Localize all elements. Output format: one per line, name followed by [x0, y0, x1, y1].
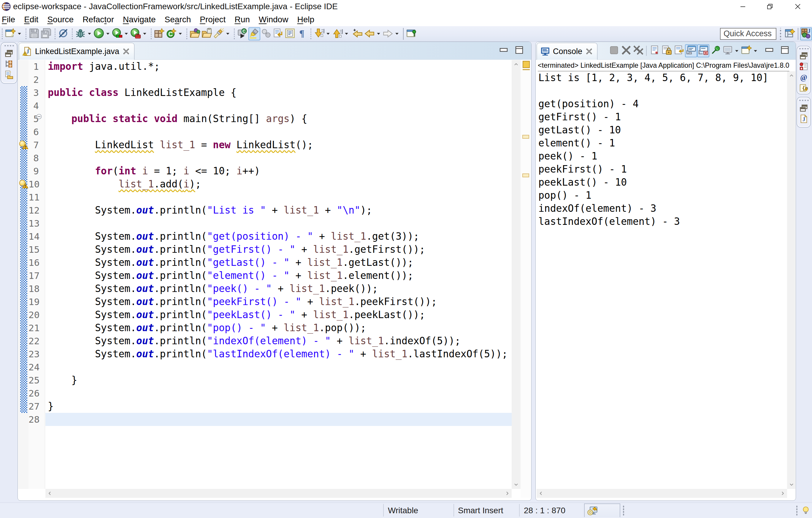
code-line[interactable]: System.out.println("getFirst() - " + lis… — [46, 243, 512, 256]
menu-edit[interactable]: Edit — [20, 13, 43, 26]
java-perspective-button[interactable]: J — [800, 27, 812, 40]
code-line[interactable]: } — [46, 374, 512, 387]
link-with-editor-button[interactable] — [260, 27, 272, 40]
code-line[interactable] — [46, 73, 512, 86]
scroll-up-icon[interactable] — [512, 60, 521, 69]
code-line[interactable]: System.out.println("element() - " + list… — [46, 269, 512, 282]
line-number-ruler[interactable]: 1234567891011121314151617181920212223242… — [28, 60, 45, 489]
scroll-left-icon[interactable] — [536, 489, 546, 498]
new-java-class-button[interactable]: C — [165, 27, 177, 40]
close-button[interactable] — [788, 0, 808, 13]
next-annotation-dropdown[interactable] — [325, 27, 331, 40]
code-line[interactable] — [46, 191, 512, 204]
back-button[interactable] — [364, 27, 375, 40]
declaration-button[interactable]: {e — [798, 83, 810, 94]
scroll-right-icon[interactable] — [778, 489, 787, 498]
console-tab[interactable]: Console — [536, 43, 598, 60]
open-type-button[interactable] — [189, 27, 201, 40]
menu-project[interactable]: Project — [195, 13, 230, 26]
save-button[interactable] — [28, 27, 40, 40]
menu-source[interactable]: Source — [43, 13, 78, 26]
javadoc-button[interactable]: @ — [798, 73, 810, 83]
run-dropdown[interactable] — [105, 27, 111, 40]
code-line[interactable]: for(int i = 1; i <= 10; i++) — [46, 165, 512, 178]
open-perspective-button[interactable] — [784, 27, 796, 40]
code-line[interactable]: System.out.println("getLast() - " + list… — [46, 256, 512, 269]
open-resource-button[interactable] — [201, 27, 213, 40]
code-line[interactable]: System.out.println("indexOf(element) - "… — [46, 334, 512, 348]
package-explorer-button[interactable] — [3, 59, 15, 70]
debug-dropdown[interactable] — [86, 27, 92, 40]
open-console-button[interactable] — [740, 44, 752, 57]
menu-window[interactable]: Window — [254, 13, 293, 26]
code-line[interactable]: System.out.println("List is " + list_1 +… — [46, 204, 512, 217]
code-line[interactable]: } — [46, 400, 512, 413]
code-line[interactable]: LinkedList list_1 = new LinkedList(); — [46, 138, 512, 152]
display-selected-console-button[interactable] — [722, 44, 734, 57]
scroll-right-icon[interactable] — [503, 489, 512, 498]
warning-annotation-icon[interactable] — [19, 180, 28, 189]
show-whitespace-button[interactable]: ¶ — [296, 27, 308, 40]
search-button[interactable] — [213, 27, 225, 40]
overview-warning-mark[interactable] — [522, 173, 529, 177]
coverage-button[interactable] — [111, 27, 123, 40]
previous-annotation-button[interactable] — [331, 27, 343, 40]
notification-bulb-icon[interactable] — [801, 505, 811, 516]
save-all-button[interactable] — [40, 27, 52, 40]
new-wizard-button[interactable] — [4, 27, 16, 40]
restore-views-button[interactable] — [3, 49, 15, 59]
code-line[interactable]: System.out.println("pop() - " + list_1.p… — [46, 321, 512, 334]
maximize-view-icon[interactable] — [515, 46, 524, 54]
scroll-down-icon[interactable] — [512, 480, 521, 489]
editor-horizontal-scrollbar[interactable] — [46, 489, 512, 498]
mark-occurrences-button[interactable] — [249, 27, 260, 40]
code-line[interactable]: public class LinkedListExample { — [46, 86, 512, 99]
restore-views-button[interactable] — [798, 103, 810, 114]
minimize-view-icon[interactable] — [765, 46, 774, 54]
code-line[interactable]: System.out.println("peekLast() - " + lis… — [46, 308, 512, 321]
minimize-view-icon[interactable] — [499, 46, 508, 54]
editor-tab[interactable]: J LinkedListExample.java — [19, 43, 135, 60]
back-to-last-edit-button[interactable] — [352, 27, 364, 40]
code-line[interactable] — [46, 413, 512, 426]
next-edit-location-button[interactable] — [272, 27, 284, 40]
code-line[interactable] — [46, 152, 512, 165]
console-output[interactable]: List is [1, 2, 3, 4, 5, 6, 7, 8, 9, 10]g… — [536, 71, 786, 488]
external-tools-dropdown[interactable] — [142, 27, 147, 40]
code-line[interactable] — [46, 387, 512, 400]
java-update-button[interactable] — [584, 503, 620, 517]
menu-navigate[interactable]: Navigate — [118, 13, 160, 26]
show-on-stdout-button[interactable] — [685, 44, 697, 57]
remove-all-terminated-button[interactable] — [632, 44, 644, 57]
debug-button[interactable] — [75, 27, 86, 40]
code-area[interactable]: import java.util.*;public class LinkedLi… — [46, 60, 512, 489]
open-console-dropdown[interactable] — [752, 44, 758, 57]
coverage-dropdown[interactable] — [123, 27, 129, 40]
pin-editor-button[interactable] — [406, 27, 417, 40]
word-wrap-button[interactable] — [673, 44, 685, 57]
menu-file[interactable]: File — [2, 13, 20, 26]
display-selected-console-dropdown[interactable] — [734, 44, 740, 57]
console-horizontal-scrollbar[interactable] — [536, 489, 787, 498]
pin-console-button[interactable] — [709, 44, 722, 57]
code-line[interactable]: System.out.println("peekFirst() - " + li… — [46, 295, 512, 308]
fold-collapse-icon[interactable] — [36, 114, 42, 119]
previous-annotation-dropdown[interactable] — [343, 27, 349, 40]
search-dropdown[interactable] — [225, 27, 231, 40]
skip-breakpoints-button[interactable] — [57, 27, 69, 40]
run-button[interactable] — [93, 27, 105, 40]
menu-refactor[interactable]: Refactor — [78, 13, 118, 26]
remove-launch-button[interactable] — [620, 44, 632, 57]
console-vertical-scrollbar[interactable] — [787, 71, 795, 489]
minimize-button[interactable] — [733, 0, 753, 13]
editor-vertical-scrollbar[interactable] — [512, 60, 521, 489]
code-line[interactable] — [46, 361, 512, 374]
external-tools-button[interactable] — [130, 27, 142, 40]
scroll-lock-button[interactable] — [661, 44, 673, 57]
warning-annotation-icon[interactable] — [19, 140, 28, 150]
clear-console-button[interactable] — [648, 44, 661, 57]
code-line[interactable] — [46, 217, 512, 230]
code-line[interactable]: System.out.println("peek() - " + list_1.… — [46, 282, 512, 295]
overview-warning-mark[interactable] — [522, 135, 529, 139]
maximize-view-icon[interactable] — [780, 46, 789, 54]
